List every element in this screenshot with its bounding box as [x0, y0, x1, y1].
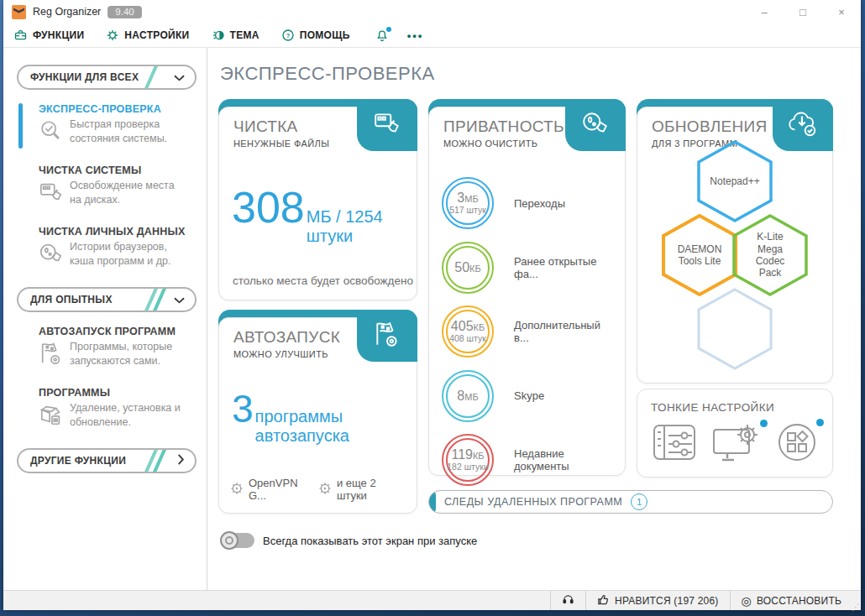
flag-gear-icon: [373, 320, 401, 352]
box-trash-icon: [39, 402, 64, 431]
show-at-startup-toggle[interactable]: [221, 533, 254, 548]
autorun-app-item[interactable]: OpenVPN G...: [230, 477, 318, 502]
close-button[interactable]: ×: [822, 0, 861, 23]
apps-circle-icon[interactable]: [777, 422, 817, 466]
startup-toggle-row: Всегда показывать этот экран при запуске: [221, 533, 477, 548]
card-title: АВТОЗАПУСК: [233, 328, 340, 347]
sidebar: ФУНКЦИИ ДЛЯ ВСЕХ ЭКСПРЕСС-ПРОВЕРКА Быстр…: [3, 48, 207, 590]
privacy-item[interactable]: 405КБ 408 штук Дополнительный в...: [442, 300, 617, 364]
gear-play-icon: [318, 482, 332, 498]
footprints-broom-icon: [39, 241, 64, 269]
flag-gear-icon: [39, 341, 64, 369]
briefcase-icon: [13, 29, 28, 42]
gear-play-icon: [230, 482, 244, 498]
autorun-value-suffix: программы автозапуска: [255, 407, 417, 446]
cloud-download-check-icon: [787, 109, 819, 141]
notification-dot: [816, 419, 824, 426]
main-area: ЭКСПРЕСС-ПРОВЕРКА ЧИСТКА НЕНУЖНЫЕ ФАЙЛЫ …: [207, 48, 861, 590]
privacy-item[interactable]: 8МБ Skype: [442, 364, 617, 429]
update-app-hexagon[interactable]: Notepad++: [696, 139, 773, 223]
monitor-gear-icon[interactable]: [712, 423, 761, 465]
privacy-item[interactable]: 119КБ 182 штуки Недавние документы: [442, 428, 617, 493]
chevron-down-icon: [174, 292, 185, 307]
page-title: ЭКСПРЕСС-ПРОВЕРКА: [220, 63, 435, 85]
card-title: ОБНОВЛЕНИЯ: [652, 117, 767, 136]
app-logo-icon: [12, 5, 26, 19]
sidebar-item-express-check[interactable]: ЭКСПРЕСС-ПРОВЕРКА Быстрая проверка состо…: [18, 103, 197, 147]
menu-settings[interactable]: НАСТРОЙКИ: [106, 29, 189, 42]
restore-button[interactable]: ◎ ВОССТАНОВИТЬ: [730, 591, 852, 610]
monitor-broom-icon: [372, 109, 402, 141]
menu-functions[interactable]: ФУНКЦИИ: [13, 29, 84, 42]
like-button[interactable]: НРАВИТСЯ (197 206): [585, 591, 729, 610]
update-app-hexagon[interactable]: DAEMON Tools Lite: [661, 213, 738, 297]
gear-icon: [106, 29, 119, 42]
card-title: ПРИВАТНОСТЬ: [443, 117, 564, 136]
autorun-more-item[interactable]: и еще 2 штуки: [318, 477, 409, 502]
theme-bulb-icon: [212, 29, 225, 42]
monitor-broom-icon: [39, 180, 64, 208]
window-sliders-icon[interactable]: [653, 424, 696, 464]
version-badge: 9.40: [107, 6, 141, 18]
cleanup-value: 308: [232, 185, 305, 229]
sidebar-section-for-experienced[interactable]: ДЛЯ ОПЫТНЫХ: [17, 287, 197, 312]
card-title: ЧИСТКА: [233, 117, 329, 136]
toggle-label: Всегда показывать этот экран при запуске: [263, 535, 477, 547]
deleted-programs-traces-bar[interactable]: СЛЕДЫ УДАЛЕННЫХ ПРОГРАММ 1: [428, 490, 833, 514]
tweaks-title: ТОНКИЕ НАСТРОЙКИ: [651, 401, 819, 414]
minimize-button[interactable]: –: [745, 0, 784, 23]
search-check-icon: [39, 118, 64, 147]
cleanup-card[interactable]: ЧИСТКА НЕНУЖНЫЕ ФАЙЛЫ 308 МБ / 1254 штук…: [218, 99, 417, 300]
sidebar-item-private-data-cleanup[interactable]: ЧИСТКА ЛИЧНЫХ ДАННЫХ Истории браузеров, …: [18, 226, 197, 269]
sidebar-section-other-functions[interactable]: ДРУГИЕ ФУНКЦИИ: [17, 448, 197, 473]
sidebar-item-system-cleanup[interactable]: ЧИСТКА СИСТЕМЫ Освобождение места на дис…: [18, 164, 197, 208]
menu-bar: ФУНКЦИИ НАСТРОЙКИ ТЕМА ? ПОМОЩЬ •••: [3, 23, 861, 48]
active-indicator: [18, 103, 23, 149]
autorun-card[interactable]: АВТОЗАПУСК МОЖНО УЛУЧШИТЬ 3 программы ав…: [218, 310, 417, 514]
headphones-icon: [562, 593, 574, 608]
chevron-down-icon: [174, 70, 185, 85]
menu-help[interactable]: ? ПОМОЩЬ: [281, 29, 350, 42]
notification-dot: [760, 420, 768, 427]
status-bar: НРАВИТСЯ (197 206) ◎ ВОССТАНОВИТЬ: [3, 590, 861, 610]
menu-more-button[interactable]: •••: [407, 29, 424, 42]
menu-theme[interactable]: ТЕМА: [212, 29, 260, 42]
sidebar-item-programs[interactable]: ПРОГРАММЫ Удаление, установка и обновлен…: [18, 387, 197, 431]
notifications-button[interactable]: [375, 29, 389, 43]
update-app-hexagon[interactable]: K-Lite Mega Codec Pack: [731, 213, 809, 297]
app-title: Reg Organizer: [33, 6, 101, 18]
autorun-value: 3: [232, 389, 254, 428]
footprints-broom-icon: [581, 109, 610, 141]
cleanup-caption: столько места будет освобождено: [233, 274, 413, 287]
sidebar-item-autorun-programs[interactable]: АВТОЗАПУСК ПРОГРАММ Программы, которые з…: [18, 326, 197, 369]
updates-card[interactable]: ОБНОВЛЕНИЯ ДЛЯ 3 ПРОГРАММ Notepad++ DAEM…: [637, 99, 833, 384]
thumbs-up-icon: [597, 593, 610, 608]
card-subtitle: МОЖНО УЛУЧШИТЬ: [233, 349, 340, 359]
chevron-right-icon: [177, 453, 185, 468]
title-bar: Reg Organizer 9.40 – □ ×: [3, 0, 861, 23]
privacy-item[interactable]: 3МБ 517 штук Переходы: [442, 171, 617, 236]
svg-text:?: ?: [286, 32, 290, 39]
tweaks-card[interactable]: ТОНКИЕ НАСТРОЙКИ: [637, 389, 833, 478]
traces-count-badge: 1: [631, 493, 647, 510]
privacy-card[interactable]: ПРИВАТНОСТЬ МОЖНО ОЧИСТИТЬ 3МБ 517 штук …: [428, 99, 626, 476]
support-button[interactable]: [550, 591, 585, 610]
restore-target-icon: ◎: [742, 594, 752, 608]
empty-hexagon: [696, 287, 773, 371]
help-circle-icon: ?: [281, 29, 295, 42]
resize-grip[interactable]: [852, 591, 861, 610]
maximize-button[interactable]: □: [784, 0, 822, 23]
card-subtitle: МОЖНО ОЧИСТИТЬ: [443, 138, 564, 149]
app-window: Reg Organizer 9.40 – □ × ФУНКЦИИ НАСТРОЙ…: [3, 0, 861, 610]
privacy-item[interactable]: 50КБ Ранее открытые фа...: [442, 236, 617, 300]
card-subtitle: НЕНУЖНЫЕ ФАЙЛЫ: [233, 138, 329, 149]
notification-dot: [386, 27, 391, 32]
cleanup-value-suffix: МБ / 1254 штуки: [307, 207, 417, 246]
sidebar-section-functions-for-all[interactable]: ФУНКЦИИ ДЛЯ ВСЕХ: [17, 65, 197, 90]
